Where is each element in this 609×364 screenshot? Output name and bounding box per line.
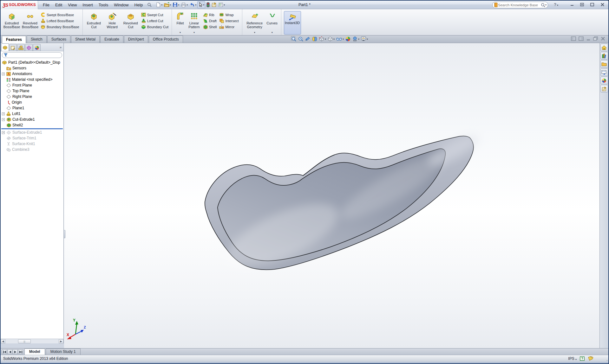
tree-item-surface-trim1[interactable]: Surface-Trim1 <box>1 135 63 141</box>
intersect-button[interactable]: Intersect <box>218 18 240 24</box>
expand-icon[interactable]: + <box>2 73 5 75</box>
new-document-button[interactable]: ▾ <box>155 1 163 8</box>
jump-start-icon[interactable] <box>2 349 7 354</box>
step-forward-icon[interactable] <box>13 349 18 354</box>
file-properties-button[interactable] <box>211 1 217 8</box>
dimxpertmanager-tab[interactable] <box>25 44 33 51</box>
reference-geometry-button[interactable]: Reference Geometry ▾ <box>244 10 265 35</box>
shell-button[interactable]: Shell <box>202 24 218 30</box>
curves-dropdown-icon[interactable]: ▾ <box>272 31 273 35</box>
revolved-cut-button[interactable]: Revolved Cut <box>121 10 140 35</box>
tree-item-cut-extrude1[interactable]: + Cut-Extrude1 <box>1 117 63 122</box>
save-button[interactable]: ▾ <box>172 1 180 8</box>
wrap-button[interactable]: Wrap <box>218 12 240 18</box>
tree-item-right-plane[interactable]: Right Plane <box>1 94 63 99</box>
fillet-dropdown-icon[interactable]: ▾ <box>180 31 181 35</box>
tab-sketch[interactable]: Sketch <box>27 35 47 43</box>
hide-show-items-icon[interactable]: ▾ <box>336 36 344 42</box>
rollback-bar[interactable] <box>1 128 63 129</box>
solidworks-resources-button[interactable] <box>600 44 608 51</box>
menu-edit[interactable]: Edit <box>52 1 65 9</box>
doc-restore-icon[interactable] <box>593 36 598 41</box>
expand-icon[interactable]: + <box>2 131 5 134</box>
swept-boss-base-button[interactable]: Swept Boss/Base <box>39 12 81 18</box>
zoom-to-fit-icon[interactable] <box>291 36 297 42</box>
search-dropdown-icon[interactable]: ▾ <box>545 3 547 6</box>
print-button[interactable]: ▾ <box>180 1 188 8</box>
view-orientation-icon[interactable]: ▾ <box>319 36 326 42</box>
quick-tips-icon[interactable]: ? <box>580 356 585 361</box>
undo-button[interactable]: ▾ <box>189 1 197 8</box>
tree-filter-input[interactable] <box>9 53 60 57</box>
tree-item-shell2[interactable]: Shell2 <box>1 122 63 128</box>
apply-scene-icon[interactable]: ▾ <box>352 36 359 42</box>
fillet-button[interactable]: Fillet ▾ <box>174 10 187 35</box>
configurationmanager-tab[interactable] <box>17 44 25 51</box>
tab-office-products[interactable]: Office Products <box>149 35 183 43</box>
select-button[interactable]: ▾ <box>197 1 205 8</box>
expand-icon[interactable]: + <box>2 112 5 115</box>
hole-wizard-button[interactable]: Hole Wizard <box>103 10 121 35</box>
tab-sheet-metal[interactable]: Sheet Metal <box>71 35 100 43</box>
close-button[interactable] <box>598 2 606 7</box>
search-magnifier-icon[interactable] <box>541 3 545 7</box>
pane-tabs-more-icon[interactable]: » <box>60 45 62 49</box>
doc-close-icon[interactable] <box>601 36 605 41</box>
menu-insert[interactable]: Insert <box>80 1 96 9</box>
mirror-button[interactable]: Mirror <box>218 24 240 30</box>
custom-properties-button[interactable] <box>600 85 608 93</box>
tab-evaluate[interactable]: Evaluate <box>100 35 123 43</box>
revolved-boss-base-button[interactable]: Revolved Boss/Base <box>21 10 39 35</box>
menu-window[interactable]: Window <box>111 1 131 9</box>
view-settings-icon[interactable]: ▾ <box>361 36 368 42</box>
units-selector[interactable]: IPS ▴ <box>568 356 577 361</box>
displaymanager-tab[interactable] <box>33 44 41 51</box>
lofted-boss-base-button[interactable]: Lofted Boss/Base <box>39 18 81 24</box>
tag-icon[interactable] <box>588 356 593 361</box>
tab-dimxpert[interactable]: DimXpert <box>124 35 148 43</box>
swept-cut-button[interactable]: Swept Cut <box>140 12 170 18</box>
tree-filter-box[interactable] <box>2 52 62 58</box>
jump-end-icon[interactable] <box>18 349 23 354</box>
tree-item-part[interactable]: Part1 (Default<<Default>_Disp <box>1 60 63 65</box>
tree-item-origin[interactable]: Origin <box>1 99 63 105</box>
linear-pattern-button[interactable]: Linear Pattern ▾ <box>187 10 202 35</box>
rebuild-button[interactable] <box>206 1 211 8</box>
display-style-icon[interactable]: ▾ <box>327 36 335 42</box>
open-button[interactable]: ▾ <box>163 1 172 8</box>
help-button[interactable]: ? ▾ <box>554 2 558 7</box>
appearances-scenes-button[interactable] <box>600 77 608 84</box>
model-tab[interactable]: Model <box>24 348 45 355</box>
zoom-to-area-icon[interactable] <box>298 36 304 42</box>
curves-button[interactable]: Curves ▾ <box>265 10 279 35</box>
step-back-icon[interactable] <box>7 349 12 354</box>
tree-item-material[interactable]: Material <not specified> <box>1 77 63 82</box>
menu-pin-icon[interactable] <box>147 2 152 7</box>
instant3d-button[interactable]: Instant3D <box>284 11 301 35</box>
search-input[interactable] <box>498 3 541 7</box>
rib-button[interactable]: Rib <box>202 12 218 18</box>
tree-item-loft1[interactable]: + Loft1 <box>1 111 63 117</box>
pane-left-icon[interactable] <box>571 36 576 41</box>
design-library-button[interactable] <box>600 52 608 60</box>
edit-appearance-icon[interactable] <box>345 36 351 42</box>
menu-help[interactable]: Help <box>131 1 146 9</box>
minimize-button[interactable] <box>568 2 576 7</box>
panel-splitter-handle[interactable] <box>64 230 65 238</box>
tree-item-plane1[interactable]: Plane1 <box>1 105 63 111</box>
extruded-boss-base-button[interactable]: Extruded Boss/Base <box>3 10 21 35</box>
maximize-button[interactable] <box>588 2 596 7</box>
options-button[interactable]: ▾ <box>218 1 226 8</box>
tree-item-annotations[interactable]: + A Annotations <box>1 71 63 77</box>
scroll-left-icon[interactable]: ◀ <box>1 339 5 343</box>
draft-button[interactable]: Draft <box>202 18 218 24</box>
linear-pattern-dropdown-icon[interactable]: ▾ <box>193 31 195 35</box>
extruded-cut-button[interactable]: Extruded Cut <box>85 10 103 35</box>
reference-geometry-dropdown-icon[interactable]: ▾ <box>254 31 255 35</box>
menu-view[interactable]: View <box>65 1 80 9</box>
previous-view-icon[interactable] <box>305 36 311 42</box>
scroll-right-icon[interactable]: ▶ <box>59 339 63 343</box>
file-explorer-button[interactable] <box>600 60 608 68</box>
lofted-cut-button[interactable]: Lofted Cut <box>140 18 170 24</box>
knowledge-base-search[interactable]: ▾ <box>492 2 548 8</box>
